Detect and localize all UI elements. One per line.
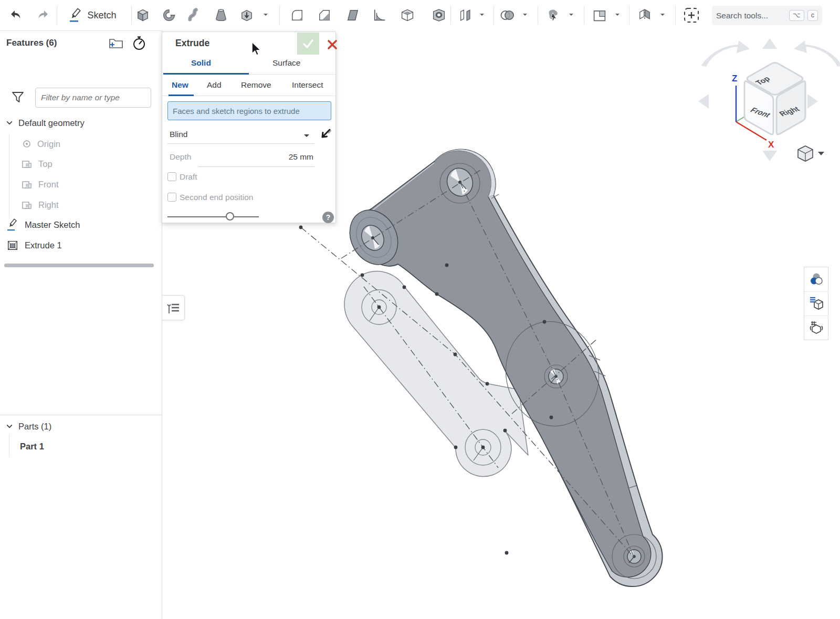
filter-funnel-icon	[10, 90, 25, 104]
operation-intersect[interactable]: Intersect	[292, 80, 323, 90]
field-underline	[198, 166, 314, 167]
loft-tool-button[interactable]	[210, 4, 232, 27]
add-folder-button[interactable]	[108, 36, 124, 52]
linear-pattern-tool-button[interactable]	[455, 4, 477, 27]
search-tools-placeholder: Search tools...	[716, 11, 786, 20]
feature-list-icon	[166, 300, 181, 315]
second-end-position-label[interactable]: Second end position	[180, 193, 253, 202]
tilt-up-arrow	[762, 38, 777, 49]
flip-direction-button[interactable]	[317, 127, 333, 144]
hole-icon	[431, 7, 447, 23]
view-cube-widget[interactable]: Y Top Front Right Z X	[688, 29, 840, 165]
operation-add[interactable]: Add	[207, 80, 222, 90]
dialog-slider-knob[interactable]	[226, 212, 234, 221]
filter-button[interactable]	[10, 90, 25, 107]
view-cube[interactable]	[744, 63, 805, 134]
fillet-icon	[289, 7, 305, 23]
rotate-left-flat-arrow	[698, 94, 709, 109]
view-menu-button[interactable]	[798, 146, 813, 161]
split-icon	[592, 7, 607, 23]
parts-divider	[0, 415, 162, 415]
selection-prompt: Faces and sketch regions to extrude	[173, 107, 300, 116]
custom-feature-button[interactable]	[680, 4, 703, 27]
split-dropdown-caret[interactable]	[615, 14, 620, 18]
tree-item-master-sketch[interactable]: Master Sketch	[6, 217, 80, 233]
thicken-tool-button[interactable]	[236, 4, 258, 27]
depth-label: Depth	[170, 152, 191, 162]
depth-value-field[interactable]: 25 mm	[198, 152, 313, 162]
shortcut-key-c: c	[807, 10, 818, 21]
linear-pattern-dropdown-caret[interactable]	[480, 14, 484, 18]
operation-new[interactable]: New	[172, 80, 188, 90]
move-face-dropdown-caret[interactable]	[569, 14, 573, 18]
extrude-feature-icon	[6, 239, 19, 251]
chevron-down-icon[interactable]	[6, 423, 13, 429]
feature-list-flyout-tab[interactable]	[162, 295, 185, 320]
tree-item-extrude-1[interactable]: Extrude 1	[6, 237, 62, 253]
end-condition-caret[interactable]	[304, 134, 309, 140]
undo-button[interactable]	[5, 4, 26, 27]
pencil-icon	[68, 7, 83, 23]
checkmark-icon	[302, 37, 314, 50]
draft-checkbox-label[interactable]: Draft	[180, 172, 197, 182]
help-button[interactable]: ?	[322, 212, 334, 223]
tree-item-right-plane[interactable]: Right	[21, 197, 59, 213]
chamfer-tool-button[interactable]	[313, 4, 335, 27]
filter-input[interactable]	[35, 88, 151, 108]
search-tools-box[interactable]: Search tools... ⌥ c	[712, 6, 822, 25]
plane-icon	[21, 199, 33, 211]
dialog-slider-track[interactable]	[167, 216, 259, 217]
boolean-dropdown-caret[interactable]	[523, 14, 527, 18]
boolean-tool-button[interactable]	[496, 4, 518, 27]
extrude-tool-button[interactable]	[132, 4, 154, 27]
tab-solid[interactable]: Solid	[191, 58, 211, 68]
sketch-button[interactable]: Sketch	[63, 4, 122, 27]
view-menu-caret[interactable]	[818, 152, 824, 155]
shell-icon	[400, 7, 415, 23]
operation-remove[interactable]: Remove	[241, 80, 271, 90]
section-view-button[interactable]	[804, 316, 828, 340]
end-condition-dropdown[interactable]: Blind	[170, 130, 187, 139]
redo-icon	[36, 8, 50, 22]
tree-item-front-plane[interactable]: Front	[21, 176, 59, 192]
toolbar-separator	[494, 6, 494, 25]
split-tool-button[interactable]	[589, 4, 611, 27]
thicken-dropdown-caret[interactable]	[264, 14, 268, 18]
dialog-close-button[interactable]	[326, 38, 339, 51]
mirror-tool-button[interactable]	[634, 4, 656, 27]
rollback-bar[interactable]	[4, 264, 154, 267]
shell-tool-button[interactable]	[396, 4, 418, 27]
tab-surface[interactable]: Surface	[272, 58, 300, 68]
revolve-tool-button[interactable]	[158, 4, 180, 27]
tree-item-origin[interactable]: Origin	[22, 136, 60, 152]
tilt-down-arrow	[762, 151, 777, 161]
fillet-tool-button[interactable]	[286, 4, 308, 27]
z-axis-label: Z	[732, 74, 737, 83]
tree-node-parts[interactable]: Parts (1)	[6, 418, 51, 434]
thicken-icon	[239, 7, 255, 23]
second-end-position-checkbox[interactable]	[167, 193, 176, 202]
mirror-dropdown-caret[interactable]	[660, 14, 665, 18]
field-underline	[167, 143, 314, 144]
dialog-accept-button[interactable]	[297, 33, 319, 55]
undo-icon	[9, 8, 23, 22]
draft-checkbox[interactable]	[167, 172, 176, 181]
sweep-tool-button[interactable]	[184, 4, 206, 27]
redo-button[interactable]	[33, 4, 54, 27]
history-button[interactable]	[131, 35, 147, 53]
tree-guide-line	[9, 434, 9, 457]
mouse-cursor	[249, 41, 263, 59]
appearance-button[interactable]	[804, 267, 828, 291]
toolbar-separator	[57, 6, 57, 25]
active-operation-underline	[169, 95, 194, 96]
draft-tool-button[interactable]	[342, 4, 364, 27]
rib-tool-button[interactable]	[369, 4, 391, 27]
tree-node-default-geometry[interactable]: Default geometry	[6, 115, 85, 131]
selection-field[interactable]: Faces and sketch regions to extrude	[167, 101, 331, 120]
move-face-tool-button[interactable]	[542, 4, 564, 27]
tree-item-part-1[interactable]: Part 1	[20, 438, 44, 454]
hole-tool-button[interactable]	[428, 4, 450, 27]
named-views-button[interactable]	[804, 291, 828, 316]
tree-item-top-plane[interactable]: Top	[21, 156, 52, 172]
chevron-down-icon[interactable]	[6, 120, 13, 126]
